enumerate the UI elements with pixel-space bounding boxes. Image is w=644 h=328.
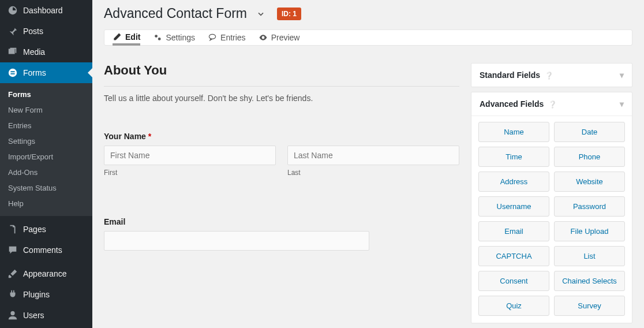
sidebar-item-label: Dashboard xyxy=(23,6,63,15)
advanced-fields-toggle[interactable]: Advanced Fields ❔ ▾ xyxy=(471,92,632,115)
field-type-button[interactable]: Time xyxy=(478,147,549,167)
tab-edit[interactable]: Edit xyxy=(113,31,140,46)
tab-label: Preview xyxy=(271,33,300,42)
svg-point-7 xyxy=(209,34,215,39)
name-field-row xyxy=(104,146,459,165)
field-type-button[interactable]: Phone xyxy=(554,147,625,167)
media-icon xyxy=(7,46,18,58)
tab-label: Entries xyxy=(220,33,246,42)
sidebar-item-dashboard[interactable]: Dashboard xyxy=(0,0,92,21)
advanced-fields-panel: Advanced Fields ❔ ▾ NameDateTimePhoneAdd… xyxy=(471,92,632,323)
caret-down-icon: ▾ xyxy=(620,99,624,109)
sidebar-sub-system-status[interactable]: System Status xyxy=(0,180,92,196)
form-id-badge: ID: 1 xyxy=(277,8,301,20)
sidebar-item-forms[interactable]: Forms xyxy=(0,62,92,83)
divider xyxy=(104,86,459,87)
field-type-button[interactable]: File Upload xyxy=(554,221,625,241)
pages-icon xyxy=(7,223,18,235)
sidebar-item-label: Posts xyxy=(23,27,43,36)
dashboard-icon xyxy=(7,5,18,16)
sidebar-item-label: Appearance xyxy=(23,269,67,278)
last-name-input[interactable] xyxy=(287,146,459,165)
sidebar-item-label: Media xyxy=(23,47,45,57)
help-icon[interactable]: ❔ xyxy=(545,72,553,80)
tab-settings[interactable]: Settings xyxy=(153,30,195,45)
user-icon xyxy=(7,310,18,321)
field-type-button[interactable]: Survey xyxy=(554,296,625,316)
sidebar-sub-addons[interactable]: Add-Ons xyxy=(0,165,92,180)
sidebar-item-label: Comments xyxy=(23,245,62,255)
svg-point-5 xyxy=(155,35,158,38)
plug-icon xyxy=(7,289,18,300)
sidebar-item-posts[interactable]: Posts xyxy=(0,21,92,42)
sidebar-submenu-forms: Forms New Form Entries Settings Import/E… xyxy=(0,83,92,216)
tab-preview[interactable]: Preview xyxy=(259,30,300,45)
sidebar-item-media[interactable]: Media xyxy=(0,42,92,62)
panel-title: Standard Fields xyxy=(480,70,540,80)
tab-label: Settings xyxy=(166,33,195,42)
sidebar-item-label: Pages xyxy=(23,225,46,234)
field-type-button[interactable]: Consent xyxy=(478,271,549,291)
field-type-button[interactable]: Name xyxy=(478,122,549,142)
section-title: About You xyxy=(104,63,459,78)
svg-rect-2 xyxy=(10,71,14,72)
standard-fields-panel: Standard Fields ❔ ▾ xyxy=(471,63,632,87)
field-type-button[interactable]: Email xyxy=(478,221,549,241)
forms-icon xyxy=(7,67,18,79)
name-field-label: Your Name * xyxy=(104,132,459,141)
admin-sidebar: Dashboard Posts Media Forms Forms New Fo… xyxy=(0,0,92,328)
sidebar-item-label: Forms xyxy=(23,68,46,77)
sidebar-sub-new-form[interactable]: New Form xyxy=(0,102,92,118)
field-type-button[interactable]: CAPTCHA xyxy=(478,246,549,266)
sidebar-item-comments[interactable]: Comments xyxy=(0,240,92,260)
first-name-input[interactable] xyxy=(104,146,276,165)
caret-down-icon: ▾ xyxy=(620,70,624,80)
page-header: Advanced Contact Form ID: 1 xyxy=(104,0,632,29)
field-type-button[interactable]: Password xyxy=(554,196,625,217)
field-type-button[interactable]: Date xyxy=(554,122,625,142)
eye-icon xyxy=(259,33,268,42)
field-type-button[interactable]: Chained Selects xyxy=(554,271,625,291)
svg-point-1 xyxy=(9,69,17,77)
sidebar-item-label: Users xyxy=(23,311,44,320)
sidebar-item-appearance[interactable]: Appearance xyxy=(0,263,92,284)
page-title: Advanced Contact Form xyxy=(104,6,247,21)
sidebar-sub-help[interactable]: Help xyxy=(0,196,92,211)
sidebar-item-users[interactable]: Users xyxy=(0,305,92,326)
field-type-button[interactable]: List xyxy=(554,246,625,266)
form-switcher-chevron[interactable] xyxy=(256,9,265,18)
field-type-button[interactable]: Quiz xyxy=(478,296,549,316)
tab-entries[interactable]: Entries xyxy=(208,30,246,45)
speech-icon xyxy=(208,33,217,42)
sidebar-sub-forms[interactable]: Forms xyxy=(0,87,92,102)
sidebar-item-pages[interactable]: Pages xyxy=(0,219,92,240)
required-asterisk: * xyxy=(148,132,151,141)
form-tabs: Edit Settings Entries Preview xyxy=(104,29,632,46)
fields-panels: Standard Fields ❔ ▾ Advanced Fields ❔ ▾ … xyxy=(471,63,632,328)
help-icon[interactable]: ❔ xyxy=(548,100,557,109)
pin-icon xyxy=(7,25,18,37)
last-sublabel: Last xyxy=(287,169,459,177)
svg-point-4 xyxy=(10,311,14,315)
sidebar-item-plugins[interactable]: Plugins xyxy=(0,284,92,305)
section-description: Tell us a little about yourself. Don't b… xyxy=(104,94,459,103)
field-type-button[interactable]: Username xyxy=(478,196,549,217)
first-sublabel: First xyxy=(104,169,276,177)
comments-icon xyxy=(7,244,18,256)
svg-rect-3 xyxy=(10,73,14,74)
svg-point-6 xyxy=(158,38,161,40)
svg-point-0 xyxy=(10,50,12,52)
sidebar-sub-entries[interactable]: Entries xyxy=(0,118,92,133)
field-type-button[interactable]: Address xyxy=(478,172,549,192)
email-field-label: Email xyxy=(104,217,459,226)
email-input[interactable] xyxy=(104,231,369,251)
sidebar-sub-import-export[interactable]: Import/Export xyxy=(0,149,92,165)
panel-title: Advanced Fields xyxy=(480,99,544,109)
advanced-fields-grid: NameDateTimePhoneAddressWebsiteUsernameP… xyxy=(478,122,625,316)
field-type-button[interactable]: Website xyxy=(554,172,625,192)
sidebar-sub-settings[interactable]: Settings xyxy=(0,133,92,149)
sidebar-item-label: Plugins xyxy=(23,290,50,299)
brush-icon xyxy=(7,268,18,279)
gears-icon xyxy=(153,33,162,42)
standard-fields-toggle[interactable]: Standard Fields ❔ ▾ xyxy=(471,64,632,87)
